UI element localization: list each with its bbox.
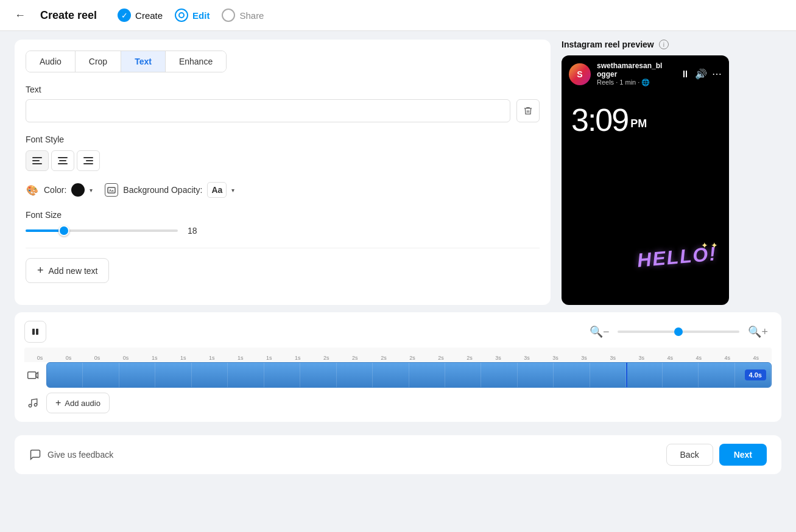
pause-button[interactable]	[24, 321, 46, 343]
zoom-thumb[interactable]	[674, 327, 683, 336]
step-edit-label: Edit	[192, 10, 210, 21]
info-icon[interactable]: i	[659, 40, 669, 49]
video-frame	[445, 363, 481, 387]
step-create-icon: ✓	[118, 9, 131, 22]
text-input[interactable]	[26, 99, 510, 122]
ruler-label-4s-2: 4s	[685, 355, 713, 362]
font-size-section: Font Size 18	[26, 210, 540, 236]
font-size-label: Font Size	[26, 210, 540, 220]
ruler-label-3s-3: 3s	[541, 355, 570, 362]
svg-marker-5	[36, 373, 38, 378]
right-panel: Instagram reel preview i S swethamaresan…	[562, 40, 729, 305]
step-share-icon	[222, 9, 235, 22]
page-wrapper: ← Create reel ✓ Create Edit Share	[0, 0, 796, 532]
step-share[interactable]: Share	[222, 9, 264, 22]
video-frame	[663, 363, 699, 387]
step-edit[interactable]: Edit	[175, 9, 210, 22]
tab-crop[interactable]: Crop	[76, 51, 121, 72]
video-strip[interactable]: 4.0s	[46, 362, 772, 388]
timeline-section: 🔍− 🔍+ 0s 0s 0s 0s 1s 1s 1s	[15, 312, 781, 422]
zoom-track[interactable]	[618, 331, 739, 333]
video-frame	[228, 363, 264, 387]
feedback-row: Give us feedback	[29, 449, 113, 461]
instagram-card: S swethamaresan_blogger Reels · 1 min · …	[562, 55, 729, 305]
feedback-label: Give us feedback	[48, 450, 113, 460]
step-create[interactable]: ✓ Create	[118, 9, 163, 22]
ig-time: 3:09	[571, 102, 628, 138]
video-frame	[518, 363, 554, 387]
ig-time-display: 3:09PM	[571, 104, 647, 136]
preview-title: Instagram reel preview	[562, 40, 654, 49]
ruler-label-0s-3: 0s	[83, 355, 111, 362]
align-right-button[interactable]	[77, 150, 100, 171]
tab-enhance[interactable]: Enhance	[166, 51, 226, 72]
tab-audio[interactable]: Audio	[26, 51, 76, 72]
bg-opacity-control: Aa Background Opacity: Aa ▾	[105, 182, 234, 198]
svg-rect-3	[36, 329, 38, 335]
svg-text:Aa: Aa	[109, 189, 114, 192]
ruler-label-2s-4: 2s	[398, 355, 426, 362]
video-frame	[554, 363, 590, 387]
ig-volume-icon[interactable]: 🔊	[695, 68, 707, 80]
color-control: 🎨 Color: ▾	[26, 183, 93, 197]
ruler-label-1s-2: 1s	[169, 355, 197, 362]
playhead[interactable]	[626, 363, 627, 387]
timeline-ruler: 0s 0s 0s 0s 1s 1s 1s 1s 1s 1s 2s 2s 2s 2…	[24, 348, 772, 362]
ruler-label-3s-2: 3s	[513, 355, 541, 362]
header: ← Create reel ✓ Create Edit Share	[0, 0, 796, 31]
text-bg-icon: Aa	[107, 186, 116, 194]
font-size-slider-track[interactable]	[26, 229, 178, 232]
ig-pause-icon[interactable]: ⏸	[680, 69, 690, 80]
video-track-row: 4.0s	[24, 362, 772, 388]
text-input-row	[26, 99, 540, 122]
video-frame	[481, 363, 517, 387]
add-audio-plus-icon: +	[55, 397, 61, 408]
align-center-button[interactable]	[51, 150, 74, 171]
zoom-in-button[interactable]: 🔍+	[744, 324, 772, 340]
feedback-icon	[29, 449, 41, 461]
pause-icon	[31, 327, 40, 336]
ruler-label-1s-1: 1s	[140, 355, 169, 362]
bg-opacity-label: Background Opacity:	[123, 185, 202, 195]
step-share-label: Share	[239, 10, 264, 21]
ig-more-icon[interactable]: ⋯	[712, 68, 722, 80]
steps-row: ✓ Create Edit Share	[118, 9, 264, 22]
svg-point-7	[34, 404, 37, 407]
add-audio-button[interactable]: + Add audio	[46, 393, 110, 413]
bottom-buttons: Back Next	[666, 444, 767, 466]
video-track-icon	[24, 366, 41, 383]
bg-opacity-dropdown-icon[interactable]: ▾	[231, 187, 234, 194]
step-create-label: Create	[135, 10, 163, 21]
zoom-out-button[interactable]: 🔍−	[586, 324, 613, 340]
color-row: 🎨 Color: ▾ Aa Background Opacity:	[26, 182, 540, 198]
ruler-label-3s-5: 3s	[599, 355, 627, 362]
font-size-slider-thumb[interactable]	[58, 225, 69, 236]
font-size-value: 18	[188, 226, 197, 236]
color-dropdown-icon[interactable]: ▾	[90, 187, 93, 194]
next-button[interactable]: Next	[719, 444, 767, 466]
video-frame	[373, 363, 409, 387]
color-palette-icon: 🎨	[26, 183, 39, 197]
add-new-text-button[interactable]: + Add new text	[26, 258, 109, 283]
ruler-inner: 0s 0s 0s 0s 1s 1s 1s 1s 1s 1s 2s 2s 2s 2…	[26, 348, 770, 362]
back-button[interactable]: Back	[666, 444, 713, 466]
tab-text[interactable]: Text	[121, 51, 166, 72]
color-label: Color:	[44, 185, 66, 195]
panels-row: Audio Crop Text Enhance Text	[0, 40, 796, 305]
video-frame	[300, 363, 336, 387]
align-right-icon	[82, 156, 94, 166]
ruler-label-1s-4: 1s	[226, 355, 255, 362]
back-arrow[interactable]: ←	[15, 9, 26, 22]
audio-track-row: + Add audio	[24, 393, 772, 413]
content-area: Audio Crop Text Enhance Text	[0, 31, 796, 483]
step-edit-icon	[175, 9, 188, 22]
video-frame	[409, 363, 445, 387]
svg-rect-4	[28, 372, 36, 379]
video-frame	[155, 363, 191, 387]
video-frame	[590, 363, 626, 387]
font-size-slider-row: 18	[26, 226, 540, 236]
align-left-button[interactable]	[26, 150, 49, 171]
left-panel: Audio Crop Text Enhance Text	[15, 40, 551, 305]
delete-text-button[interactable]	[516, 99, 540, 122]
color-swatch[interactable]	[71, 183, 85, 197]
